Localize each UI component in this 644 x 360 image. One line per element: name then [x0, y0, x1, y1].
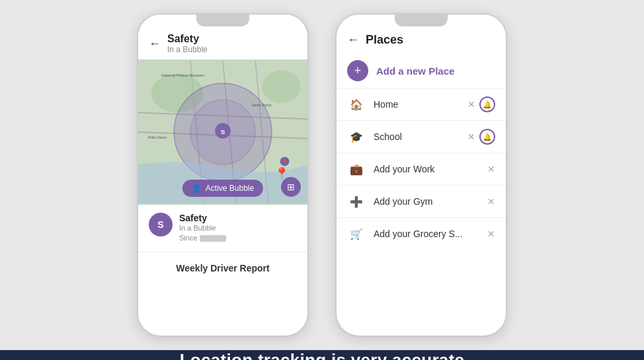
since-blur [200, 235, 226, 242]
right-phone: ← Places + Add a new Place 🏠 Home ✕ 🔔 [335, 13, 507, 337]
safety-avatar: S [149, 213, 173, 236]
places-title: Places [366, 33, 403, 47]
add-new-place-row[interactable]: + Add a new Place [337, 54, 506, 88]
safety-bubble-line: In a Bubble Since [179, 223, 226, 244]
work-close-button[interactable]: ✕ [487, 164, 495, 174]
home-icon: 🏠 [347, 95, 366, 114]
grocery-icon: 🛒 [347, 225, 366, 243]
svg-text:S: S [221, 128, 225, 135]
grocery-label: Add your Grocery S... [374, 229, 479, 239]
location-pin-icon: 📍 [274, 166, 289, 181]
grocery-close-button[interactable]: ✕ [487, 229, 495, 239]
left-phone: ← Safety In a Bubble [137, 13, 309, 337]
svg-text:Shilin District: Shilin District [148, 136, 167, 139]
header-info: Safety In a Bubble [167, 33, 208, 54]
add-place-icon: + [347, 60, 368, 81]
work-icon: 💼 [347, 160, 366, 178]
banner-text: Location tracking is very accurate [180, 350, 465, 360]
svg-text:National Palace Museum: National Palace Museum [161, 73, 204, 77]
work-label: Add your Work [374, 164, 479, 174]
plus-icon: + [354, 64, 362, 78]
left-phone-content: ← Safety In a Bubble [138, 15, 307, 336]
place-row-work: 💼 Add your Work ✕ [337, 153, 506, 185]
grocery-actions: ✕ [487, 229, 495, 239]
home-actions: ✕ 🔔 [467, 96, 495, 112]
school-close-button[interactable]: ✕ [467, 131, 475, 142]
bubble-user-icon: 👤 [192, 184, 202, 193]
places-header: ← Places [337, 28, 506, 54]
place-row-school: 🎓 School ✕ 🔔 [337, 120, 506, 153]
school-actions: ✕ 🔔 [467, 129, 495, 145]
place-row-grocery: 🛒 Add your Grocery S... ✕ [337, 217, 506, 250]
place-row-home: 🏠 Home ✕ 🔔 [337, 88, 506, 120]
home-bell-button[interactable]: 🔔 [479, 96, 495, 112]
work-actions: ✕ [487, 164, 495, 174]
school-icon: 🎓 [347, 127, 366, 146]
svg-point-7 [262, 70, 301, 102]
safety-title: Safety [167, 33, 208, 45]
svg-text:Neihu District: Neihu District [252, 104, 272, 107]
weekly-report-label: Weekly Driver Report [138, 252, 307, 284]
gym-close-button[interactable]: ✕ [487, 196, 495, 207]
place-row-gym: ➕ Add your Gym ✕ [337, 185, 506, 217]
gym-label: Add your Gym [374, 196, 479, 207]
right-phone-notch [395, 15, 448, 26]
home-label: Home [374, 99, 460, 110]
svg-text:📍: 📍 [282, 159, 288, 165]
safety-name: Safety [179, 213, 226, 223]
gym-actions: ✕ [487, 196, 495, 207]
layers-icon: ⊞ [287, 182, 295, 192]
active-bubble-label: Active Bubble [206, 184, 254, 193]
main-area: ← Safety In a Bubble [0, 0, 644, 350]
school-label: School [374, 131, 460, 142]
bottom-banner: Location tracking is very accurate [0, 350, 644, 360]
active-bubble-button[interactable]: 👤 Active Bubble [182, 180, 263, 197]
safety-info-row: S Safety In a Bubble Since [138, 205, 307, 252]
gym-icon: ➕ [347, 192, 366, 211]
safety-text-block: Safety In a Bubble Since [179, 213, 226, 244]
home-close-button[interactable]: ✕ [467, 99, 475, 110]
phone-notch [196, 15, 249, 26]
school-bell-button[interactable]: 🔔 [479, 129, 495, 145]
add-place-label: Add a new Place [376, 65, 454, 77]
places-back-icon[interactable]: ← [347, 33, 359, 47]
map-area: S 📍 National Palace Museum Shilin Distri… [138, 59, 307, 205]
back-arrow-icon[interactable]: ← [149, 37, 161, 51]
safety-subtitle: In a Bubble [167, 45, 208, 54]
right-phone-content: ← Places + Add a new Place 🏠 Home ✕ 🔔 [337, 15, 506, 336]
